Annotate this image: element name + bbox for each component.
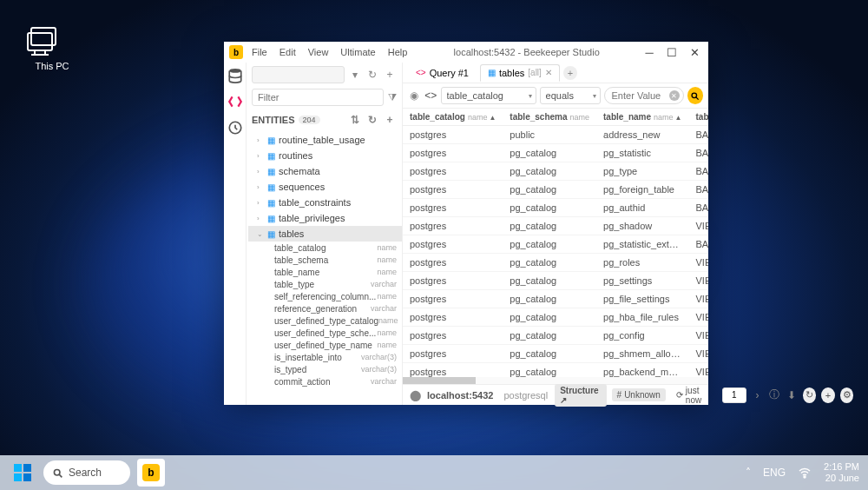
table-cell[interactable]: address_new <box>596 126 688 144</box>
table-cell[interactable]: pg_catalog <box>503 308 596 327</box>
table-cell[interactable]: postgres <box>403 290 503 308</box>
table-cell[interactable]: pg_catalog <box>503 345 596 363</box>
taskbar-app-beekeeper[interactable]: b <box>137 459 165 487</box>
table-cell[interactable]: pg_catalog <box>503 162 596 181</box>
column-header-table_name[interactable]: table_namename▲ <box>596 109 688 126</box>
add-icon[interactable]: + <box>383 113 397 127</box>
table-cell[interactable]: VIEW <box>689 308 709 327</box>
table-cell[interactable]: pg_catalog <box>503 290 596 308</box>
table-row[interactable]: postgrespg_catalogpg_typeBASE TABLE <box>403 162 708 181</box>
column-item[interactable]: table_namename <box>248 266 402 278</box>
table-cell[interactable]: pg_config <box>596 327 688 345</box>
page-input[interactable] <box>722 387 746 403</box>
tree-item-table_constraints[interactable]: ›▦table_constraints <box>248 195 402 210</box>
table-cell[interactable]: postgres <box>403 327 503 345</box>
column-header-table_schema[interactable]: table_schemaname <box>503 109 596 126</box>
tray-language[interactable]: ENG <box>763 467 786 479</box>
table-cell[interactable]: public <box>503 126 596 144</box>
structure-button[interactable]: Structure ↗ <box>555 384 606 407</box>
wifi-icon[interactable] <box>798 466 812 480</box>
tree-item-table_privileges[interactable]: ›▦table_privileges <box>248 210 402 226</box>
table-cell[interactable]: postgres <box>403 363 503 378</box>
table-cell[interactable]: pg_shadow <box>596 217 688 235</box>
expand-collapse-icon[interactable]: ⇅ <box>348 113 362 127</box>
desktop-icon-this-pc[interactable]: This PC <box>26 26 78 71</box>
horizontal-scrollbar[interactable] <box>403 377 708 384</box>
table-cell[interactable]: postgres <box>403 272 503 290</box>
table-row[interactable]: postgrespg_catalogpg_settingsVIEW <box>403 272 708 290</box>
table-row[interactable]: postgrespg_catalogpg_rolesVIEW <box>403 254 708 272</box>
table-cell[interactable]: pg_statistic_ext_d... <box>596 235 688 254</box>
history-icon[interactable] <box>227 120 243 136</box>
tray-clock[interactable]: 2:16 PM 20 June <box>824 461 859 484</box>
table-row[interactable]: postgrespg_catalogpg_configVIEW <box>403 327 708 345</box>
connection-select[interactable] <box>252 66 345 83</box>
table-cell[interactable]: BASE TABLE <box>689 235 709 254</box>
table-cell[interactable]: VIEW <box>689 327 709 345</box>
table-cell[interactable]: pg_backend_mem... <box>596 363 688 378</box>
table-cell[interactable]: postgres <box>403 144 503 162</box>
column-item[interactable]: reference_generationvarchar <box>248 302 402 315</box>
table-cell[interactable]: BASE TABLE <box>689 144 709 162</box>
refresh-button[interactable]: ↻ <box>803 387 816 403</box>
column-item[interactable]: table_catalogname <box>248 242 402 254</box>
tree-item-schemata[interactable]: ›▦schemata <box>248 163 402 179</box>
add-tab-button[interactable]: + <box>563 66 577 80</box>
apply-filter-button[interactable] <box>687 87 703 104</box>
tree-item-routine_table_usage[interactable]: ›▦routine_table_usage <box>248 132 402 148</box>
tree-item-routines[interactable]: ›▦routines <box>248 148 402 163</box>
table-cell[interactable]: pg_catalog <box>503 363 596 378</box>
table-cell[interactable]: VIEW <box>689 363 709 378</box>
table-cell[interactable]: postgres <box>403 254 503 272</box>
table-row[interactable]: postgrespg_catalogpg_hba_file_rulesVIEW <box>403 308 708 327</box>
table-row[interactable]: postgrespg_catalogpg_authidBASE TABLE <box>403 199 708 217</box>
menu-file[interactable]: File <box>247 45 273 59</box>
maximize-button[interactable]: ☐ <box>663 43 681 61</box>
data-grid[interactable]: table_catalogname▲table_schemanametable_… <box>403 109 708 377</box>
table-row[interactable]: postgrespg_catalogpg_shmem_alloca...VIEW <box>403 345 708 363</box>
table-cell[interactable]: pg_shmem_alloca... <box>596 345 688 363</box>
filter-column-select[interactable]: table_catalog <box>441 87 536 104</box>
table-cell[interactable]: postgres <box>403 126 503 144</box>
table-cell[interactable]: postgres <box>403 181 503 199</box>
table-cell[interactable]: pg_statistic <box>596 144 688 162</box>
table-row[interactable]: postgrespublicaddress_newBASE TABLE <box>403 126 708 144</box>
table-cell[interactable]: BASE TABLE <box>689 181 709 199</box>
filter-input[interactable] <box>252 89 384 106</box>
column-header-table_catalog[interactable]: table_catalogname▲ <box>403 109 503 126</box>
table-cell[interactable]: pg_catalog <box>503 144 596 162</box>
table-cell[interactable]: postgres <box>403 235 503 254</box>
table-cell[interactable]: pg_catalog <box>503 181 596 199</box>
table-row[interactable]: postgrespg_catalogpg_foreign_tableBASE T… <box>403 181 708 199</box>
table-cell[interactable]: VIEW <box>689 345 709 363</box>
minimize-button[interactable]: ─ <box>641 43 658 61</box>
table-row[interactable]: postgrespg_catalogpg_shadowVIEW <box>403 217 708 235</box>
status-host[interactable]: localhost:5432 <box>427 390 493 401</box>
table-row[interactable]: postgrespg_catalogpg_file_settingsVIEW <box>403 290 708 308</box>
table-cell[interactable]: VIEW <box>689 217 709 235</box>
column-item[interactable]: table_schemaname <box>248 254 402 266</box>
table-cell[interactable]: pg_settings <box>596 272 688 290</box>
table-cell[interactable]: VIEW <box>689 272 709 290</box>
table-cell[interactable]: postgres <box>403 217 503 235</box>
column-header-table_type[interactable]: table_typevarch <box>689 109 709 126</box>
column-item[interactable]: table_typevarchar <box>248 278 402 290</box>
table-cell[interactable]: pg_file_settings <box>596 290 688 308</box>
tab-tables[interactable]: ▦ tables [all] ✕ <box>480 64 560 82</box>
menu-help[interactable]: Help <box>383 45 413 59</box>
column-item[interactable]: is_typedvarchar(3) <box>248 363 402 375</box>
table-cell[interactable]: pg_authid <box>596 199 688 217</box>
settings-button[interactable]: ⚙ <box>840 387 853 403</box>
table-cell[interactable]: postgres <box>403 308 503 327</box>
table-cell[interactable]: VIEW <box>689 254 709 272</box>
table-cell[interactable]: postgres <box>403 345 503 363</box>
table-cell[interactable]: pg_roles <box>596 254 688 272</box>
chevron-down-icon[interactable]: ▾ <box>348 68 362 82</box>
table-cell[interactable]: pg_catalog <box>503 254 596 272</box>
start-button[interactable] <box>9 459 36 487</box>
filter-icon[interactable]: ⧩ <box>387 90 397 104</box>
table-cell[interactable]: pg_catalog <box>503 199 596 217</box>
next-page-icon[interactable]: › <box>752 388 764 402</box>
table-cell[interactable]: pg_catalog <box>503 327 596 345</box>
table-cell[interactable]: pg_type <box>596 162 688 181</box>
